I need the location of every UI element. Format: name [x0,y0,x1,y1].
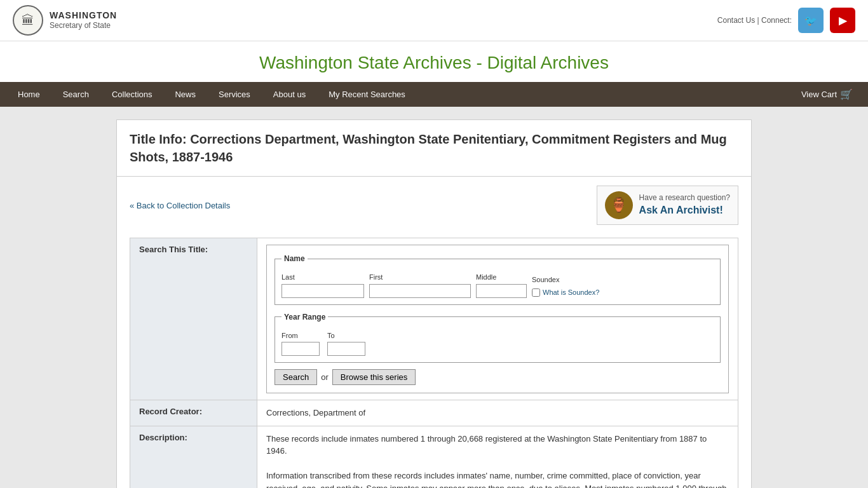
or-text: or [321,371,329,384]
nav-news[interactable]: News [163,83,207,105]
soundex-group: Soundex What is Soundex? [532,274,599,298]
contact-connect-text: Contact Us | Connect: [717,16,792,25]
year-range-fieldset: Year Range From To [275,311,721,363]
table-row-search: Search This Title: Name Last [130,238,738,400]
description-value: These records include inmates numbered 1… [257,426,738,488]
state-name: WASHINGTON [50,10,117,21]
search-title-label: Search This Title: [130,238,257,400]
info-table: Search This Title: Name Last [130,238,738,488]
ask-archivist-link[interactable]: Ask An Archivist! [639,203,730,217]
name-fields: Last First Middle [281,272,714,298]
description-label: Description: [130,426,257,488]
back-to-collection-link[interactable]: « Back to Collection Details [130,201,230,210]
first-name-group: First [369,272,471,298]
site-title-bar: Washington State Archives - Digital Arch… [0,41,868,82]
from-label: From [281,330,320,341]
last-name-label: Last [281,272,364,283]
search-button[interactable]: Search [275,369,317,385]
nav-search[interactable]: Search [51,83,100,105]
search-form-area: Name Last First [266,245,729,393]
nav-about[interactable]: About us [262,83,317,105]
name-fieldset: Name Last First [275,253,721,305]
nav-recent-searches[interactable]: My Recent Searches [317,83,417,105]
to-label: To [327,330,365,341]
name-legend: Name [281,253,308,264]
nav-bar: Home Search Collections News Services Ab… [0,82,868,107]
middle-name-input[interactable] [476,284,527,298]
archivist-question: Have a research question? [639,193,730,203]
twitter-button[interactable]: 🐦 [798,8,824,33]
soundex-check: What is Soundex? [532,287,599,298]
year-legend: Year Range [281,311,328,323]
table-row-description: Description: These records include inmat… [130,426,738,488]
from-year-group: From [281,330,320,356]
nav-collections[interactable]: Collections [100,83,164,105]
description-p1: These records include inmates numbered 1… [266,433,729,458]
soundex-label: Soundex [532,274,599,285]
soundex-link[interactable]: What is Soundex? [543,287,599,298]
main-content: Title Info: Corrections Department, Wash… [116,119,752,488]
description-p2: Information transcribed from these recor… [266,470,729,488]
table-row-record-creator: Record Creator: Corrections, Department … [130,400,738,426]
nav-items: Home Search Collections News Services Ab… [6,83,792,105]
year-fields: From To [281,330,714,356]
first-name-input[interactable] [369,284,471,298]
record-creator-label: Record Creator: [130,400,257,426]
secretary-label: Secretary of State [50,21,117,30]
view-cart-button[interactable]: View Cart 🛒 [792,82,862,107]
site-title: Washington State Archives - Digital Arch… [0,53,868,73]
logo-text: WASHINGTON Secretary of State [50,10,117,30]
state-seal-icon: 🏛 [13,5,43,36]
archivist-icon: 🏺 [605,191,633,219]
youtube-button[interactable]: ▶ [830,8,855,33]
middle-name-label: Middle [476,272,527,283]
cart-icon: 🛒 [840,88,853,100]
nav-home[interactable]: Home [6,83,51,105]
view-cart-label: View Cart [801,90,837,99]
from-year-input[interactable] [281,342,320,356]
archivist-text: Have a research question? Ask An Archivi… [639,193,730,217]
to-year-input[interactable] [327,342,365,356]
back-row: « Back to Collection Details 🏺 Have a re… [130,177,738,231]
content-area: « Back to Collection Details 🏺 Have a re… [117,177,751,488]
browse-series-button[interactable]: Browse this series [332,369,416,385]
to-year-group: To [327,330,365,356]
top-header: 🏛 WASHINGTON Secretary of State Contact … [0,0,868,41]
record-creator-value: Corrections, Department of [257,400,738,426]
logo-area: 🏛 WASHINGTON Secretary of State [13,5,117,36]
last-name-group: Last [281,272,364,298]
search-buttons: Search or Browse this series [275,369,721,385]
first-name-label: First [369,272,471,283]
last-name-input[interactable] [281,284,364,298]
soundex-checkbox[interactable] [532,288,540,297]
archivist-box: 🏺 Have a research question? Ask An Archi… [597,186,738,225]
page-title-bar: Title Info: Corrections Department, Wash… [117,120,751,177]
header-right: Contact Us | Connect: 🐦 ▶ [717,8,855,33]
nav-services[interactable]: Services [207,83,262,105]
page-title: Title Info: Corrections Department, Wash… [130,130,738,166]
search-title-value: Name Last First [257,238,738,400]
middle-name-group: Middle [476,272,527,298]
